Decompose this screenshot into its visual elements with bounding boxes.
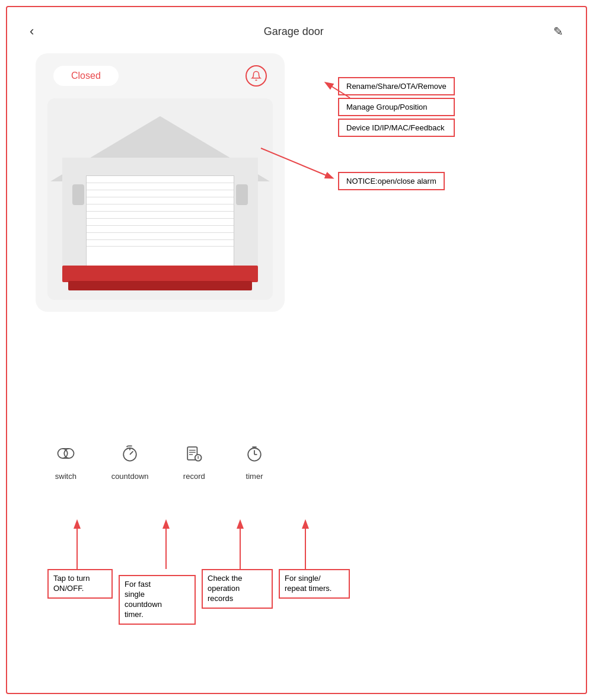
switch-icon: [51, 439, 81, 468]
switch-item[interactable]: switch: [51, 439, 81, 481]
status-label: Closed: [53, 66, 119, 86]
svg-line-20: [326, 83, 350, 98]
notice-annotation: NOTICE:open/close alarm: [338, 172, 445, 190]
arrow-edit-to-rename: [320, 77, 356, 101]
bell-icon[interactable]: [246, 65, 267, 87]
page-title: Garage door: [264, 25, 324, 38]
arrow-timer-note: [296, 516, 314, 575]
arrow-bell-to-notice: [255, 142, 350, 190]
timer-label: timer: [246, 472, 263, 481]
countdown-label: countdown: [111, 472, 149, 481]
svg-point-1: [64, 449, 74, 458]
arrow-record-note: [231, 516, 249, 575]
svg-point-15: [198, 458, 199, 459]
back-button[interactable]: ‹: [30, 24, 34, 39]
record-annotation: Check the operation records: [202, 569, 273, 609]
edit-icon[interactable]: ✎: [553, 24, 563, 39]
garage-illustration: [47, 98, 273, 300]
countdown-icon: [115, 439, 145, 468]
arrow-countdown-note: [157, 516, 175, 575]
timer-item[interactable]: timer: [240, 439, 269, 481]
svg-line-8: [127, 446, 128, 447]
header: ‹ Garage door ✎: [18, 18, 575, 45]
countdown-annotation: For fast single countdown timer.: [119, 575, 196, 625]
record-item[interactable]: record: [179, 439, 209, 481]
icons-row: switch countdown r: [36, 439, 285, 481]
svg-line-6: [130, 451, 133, 454]
arrow-switch-note: [68, 516, 86, 575]
device-id-annotation: Device ID/IP/MAC/Feedback: [338, 119, 455, 137]
switch-label: switch: [55, 472, 76, 481]
timer-annotation: For single/ repeat timers.: [279, 569, 350, 599]
timer-icon: [240, 439, 269, 468]
svg-line-21: [261, 148, 332, 178]
record-icon: [179, 439, 209, 468]
record-label: record: [183, 472, 205, 481]
phone-card: Closed: [36, 53, 285, 312]
countdown-item[interactable]: countdown: [111, 439, 149, 481]
status-bar: Closed: [36, 53, 285, 92]
